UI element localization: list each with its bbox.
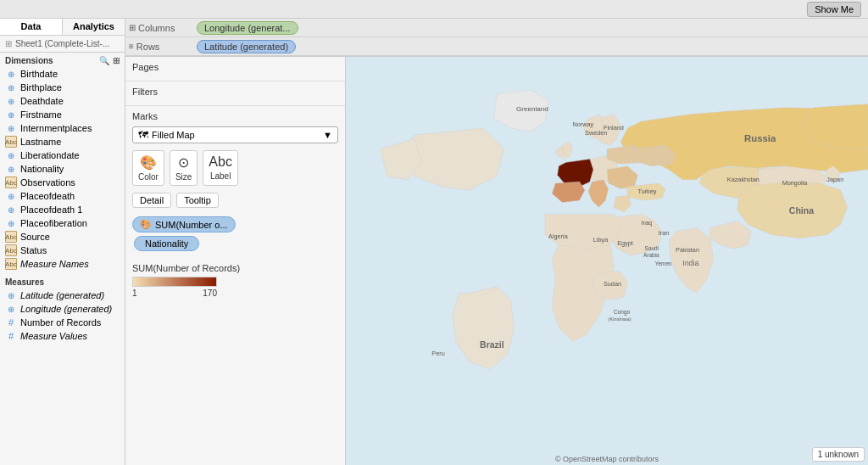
field-measure-names[interactable]: Abc Measure Names: [0, 257, 125, 271]
sort-icon[interactable]: ⊞: [113, 56, 120, 65]
field-label: Longitude (generated): [20, 304, 112, 314]
tab-analytics[interactable]: Analytics: [63, 19, 125, 35]
marks-type-select[interactable]: 🗺 Filled Map ▼: [132, 126, 338, 143]
globe-icon: ⊕: [5, 109, 17, 120]
pages-title: Pages: [132, 62, 338, 72]
globe-icon: ⊕: [5, 81, 17, 93]
field-internmentplaces[interactable]: ⊕ Internmentplaces: [0, 121, 125, 135]
field-label: Measure Names: [20, 259, 89, 269]
svg-text:Mongolia: Mongolia: [782, 179, 808, 187]
abc-icon: Abc: [5, 258, 17, 270]
svg-text:Peru: Peru: [431, 350, 444, 357]
hash-icon: #: [5, 330, 17, 342]
rows-pill[interactable]: Latitude (generated): [197, 40, 296, 53]
detail-button[interactable]: Detail: [132, 193, 171, 208]
tooltip-button[interactable]: Tooltip: [176, 193, 219, 208]
sheet-info: ⊞ Sheet1 (Complete-List-...: [0, 36, 125, 53]
field-deathdate[interactable]: ⊕ Deathdate: [0, 94, 125, 108]
detail-tooltip-buttons: Detail Tooltip: [132, 193, 338, 208]
field-number-of-records[interactable]: # Number of Records: [0, 316, 125, 329]
tab-data[interactable]: Data: [0, 19, 63, 35]
field-placeofiberation[interactable]: ⊕ Placeofiberation: [0, 216, 125, 230]
label-button[interactable]: Abc Label: [203, 150, 238, 186]
field-birthplace[interactable]: ⊕ Birthplace: [0, 81, 125, 94]
left-panel: Data Analytics ⊞ Sheet1 (Complete-List-.…: [0, 19, 125, 465]
field-observations[interactable]: Abc Observations: [0, 176, 125, 189]
dimensions-tools: 🔍 ⊞: [99, 56, 120, 65]
svg-text:Greenland: Greenland: [516, 105, 548, 113]
size-button[interactable]: ⊙ Size: [170, 150, 198, 186]
search-icon[interactable]: 🔍: [99, 56, 109, 65]
columns-pill[interactable]: Longitude (generat...: [197, 21, 298, 35]
globe-icon: ⊕: [5, 217, 17, 229]
abc-icon: Abc: [5, 176, 17, 188]
svg-text:Libya: Libya: [593, 236, 609, 244]
svg-text:Saudi: Saudi: [645, 245, 659, 251]
filled-map-icon: 🗺: [138, 129, 148, 141]
pages-section: Pages: [125, 57, 345, 81]
label-icon: Abc: [209, 154, 232, 170]
field-birthdate[interactable]: ⊕ Birthdate: [0, 67, 125, 81]
marks-title: Marks: [132, 111, 338, 121]
field-firstname[interactable]: ⊕ Firstname: [0, 108, 125, 121]
nationality-pill[interactable]: Nationality: [134, 236, 199, 251]
svg-text:Turkey: Turkey: [637, 188, 656, 195]
field-label: Birthplace: [20, 82, 62, 92]
globe-icon: ⊕: [5, 149, 17, 161]
svg-text:Pakistan: Pakistan: [676, 246, 699, 254]
marks-pills-area: 🎨 SUM(Number o... Nationality: [132, 216, 338, 251]
dimensions-title: Dimensions: [5, 56, 53, 65]
field-label: Placeofdeath 1: [20, 204, 82, 215]
top-bar: Show Me: [0, 0, 868, 19]
field-liberationdate[interactable]: ⊕ Liberationdate: [0, 148, 125, 162]
sum-pill-label: SUM(Number o...: [155, 220, 228, 230]
measures-header: Measures: [0, 274, 125, 289]
svg-text:Egypt: Egypt: [617, 239, 633, 247]
field-label: Status: [20, 245, 47, 255]
field-latitude[interactable]: ⊕ Latitude (generated): [0, 289, 125, 302]
columns-icon: ⊞: [129, 23, 136, 32]
field-measure-values[interactable]: # Measure Values: [0, 329, 125, 343]
field-longitude[interactable]: ⊕ Longitude (generated): [0, 302, 125, 316]
sheet-name: Sheet1 (Complete-List-...: [15, 39, 109, 48]
field-label: Number of Records: [20, 317, 101, 328]
globe-icon: ⊕: [5, 163, 17, 175]
marks-type-label: Filled Map: [152, 130, 195, 140]
field-placeofdeath[interactable]: ⊕ Placeofdeath: [0, 189, 125, 203]
svg-text:Algeria: Algeria: [548, 232, 569, 240]
field-lastname[interactable]: Abc Lastname: [0, 135, 125, 148]
svg-text:Kazakhstan: Kazakhstan: [727, 176, 760, 183]
legend-max: 170: [203, 289, 217, 298]
show-me-button[interactable]: Show Me: [807, 2, 861, 17]
svg-text:Norway: Norway: [572, 120, 593, 128]
controls-panel: Pages Filters Marks 🗺 Filled Map ▼: [125, 57, 346, 465]
columns-text: Columns: [138, 23, 175, 33]
globe-icon: ⊕: [5, 303, 17, 315]
dimensions-header: Dimensions 🔍 ⊞: [0, 53, 125, 67]
svg-text:Congo: Congo: [614, 309, 630, 316]
rows-icon: ≡: [129, 42, 134, 51]
field-label: Source: [20, 232, 50, 242]
globe-icon: ⊕: [5, 122, 17, 134]
hash-icon: #: [5, 317, 17, 328]
field-source[interactable]: Abc Source: [0, 230, 125, 244]
dimensions-list: ⊕ Birthdate ⊕ Birthplace ⊕ Deathdate ⊕ F…: [0, 67, 125, 271]
abc-icon: Abc: [5, 136, 17, 148]
svg-text:Russia: Russia: [744, 133, 776, 143]
data-analytics-tabs: Data Analytics: [0, 19, 125, 36]
field-label: Internmentplaces: [20, 123, 92, 133]
legend-min: 1: [132, 289, 137, 298]
marks-buttons: 🎨 Color ⊙ Size Abc Label: [132, 150, 338, 186]
map-area[interactable]: Greenland Sweden Norway Finland Russia K…: [346, 57, 868, 465]
field-nationality[interactable]: ⊕ Nationality: [0, 162, 125, 176]
columns-label: ⊞ Columns: [129, 23, 197, 33]
field-placeofdeath1[interactable]: ⊕ Placeofdeath 1: [0, 203, 125, 216]
map-attribution: © OpenStreetMap contributors: [555, 455, 659, 463]
color-icon: 🎨: [140, 154, 157, 171]
svg-text:Brazil: Brazil: [480, 339, 504, 350]
svg-text:Yemen: Yemen: [655, 261, 672, 266]
color-button[interactable]: 🎨 Color: [132, 150, 164, 186]
size-icon: ⊙: [178, 154, 189, 171]
sum-pill[interactable]: 🎨 SUM(Number o...: [132, 216, 236, 232]
field-status[interactable]: Abc Status: [0, 244, 125, 257]
